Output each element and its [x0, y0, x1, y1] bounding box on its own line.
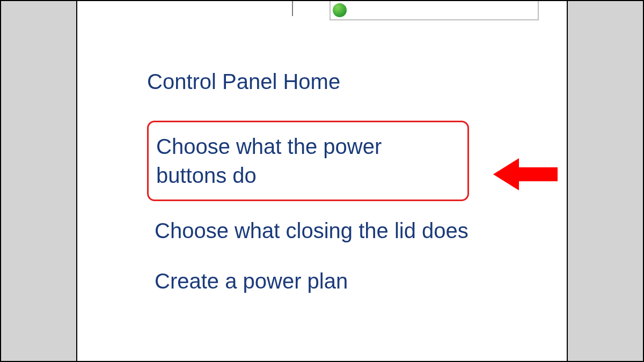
status-icon [333, 3, 347, 17]
red-arrow-icon [493, 156, 558, 193]
highlight-box: Choose what the power buttons do [147, 121, 469, 201]
sidebar-link-list: Choose what the power buttons do Choose … [147, 121, 480, 295]
control-panel-home-heading[interactable]: Control Panel Home [147, 70, 340, 94]
top-divider [292, 0, 293, 16]
control-panel-sidebar-panel: Control Panel Home Choose what the power… [76, 0, 568, 362]
link-create-power-plan[interactable]: Create a power plan [147, 267, 469, 295]
link-choose-power-buttons[interactable]: Choose what the power buttons do [156, 132, 456, 190]
link-choose-closing-lid[interactable]: Choose what closing the lid does [147, 216, 469, 245]
svg-marker-0 [493, 158, 558, 190]
top-info-box [330, 0, 539, 20]
